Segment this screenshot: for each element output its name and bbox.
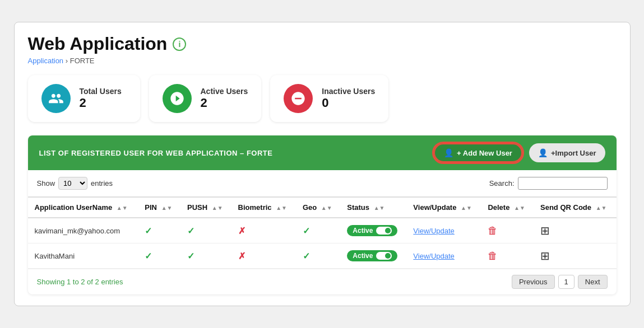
sort-qr-icon[interactable]: ▲▼ [596, 205, 607, 211]
import-user-label: +Import User [551, 149, 596, 157]
col-username: Application UserName ▲▼ [28, 197, 138, 218]
cell-delete[interactable]: 🗑 [481, 218, 534, 243]
cell-push: ✓ [180, 218, 231, 243]
search-input[interactable] [518, 177, 608, 190]
col-pin: PIN ▲▼ [138, 197, 180, 218]
total-users-label: Total Users [80, 87, 122, 96]
showing-entries: Showing 1 to 2 of 2 entries [37, 278, 123, 286]
cell-qr[interactable]: ⊞ [534, 243, 617, 269]
status-badge[interactable]: Active [347, 225, 397, 236]
search-label: Search: [489, 179, 515, 188]
col-view-update: View/Update ▲▼ [406, 197, 481, 218]
inactive-users-icon [284, 84, 313, 113]
stats-row: Total Users 2 Active Users 2 Inactive Us… [28, 75, 617, 122]
sort-username-icon[interactable]: ▲▼ [117, 205, 128, 211]
add-user-icon: 👤 [444, 148, 453, 157]
cell-view-update[interactable]: View/Update [406, 218, 481, 243]
table-row: kavimani_mk@yahoo.com ✓ ✓ ✗ ✓ Active Vie… [28, 218, 617, 243]
cell-push: ✓ [180, 243, 231, 269]
sort-view-icon[interactable]: ▲▼ [461, 205, 472, 211]
cell-username: kavimani_mk@yahoo.com [28, 218, 138, 243]
view-update-link[interactable]: View/Update [413, 227, 454, 235]
users-table: Application UserName ▲▼ PIN ▲▼ PUSH ▲▼ B… [28, 196, 617, 269]
cell-qr[interactable]: ⊞ [534, 218, 617, 243]
show-label: Show [37, 179, 55, 188]
stat-card-active: Active Users 2 [149, 75, 262, 122]
cell-pin: ✓ [138, 218, 180, 243]
table-header-actions: 👤 + Add New User 👤 +Import User [434, 143, 605, 162]
cell-biometric: ✗ [231, 218, 296, 243]
active-users-label: Active Users [201, 87, 248, 96]
table-footer: Showing 1 to 2 of 2 entries Previous 1 N… [28, 269, 617, 294]
import-user-button[interactable]: 👤 +Import User [529, 143, 605, 162]
check-no-icon: ✗ [238, 226, 245, 236]
cell-pin: ✓ [138, 243, 180, 269]
entries-select[interactable]: 10 25 50 100 [58, 177, 87, 190]
sort-biometric-icon[interactable]: ▲▼ [276, 205, 287, 211]
prev-button[interactable]: Previous [512, 275, 555, 289]
status-toggle[interactable] [376, 252, 392, 260]
col-qr: Send QR Code ▲▼ [534, 197, 617, 218]
import-user-icon: 👤 [538, 148, 548, 157]
check-yes-icon: ✓ [145, 251, 152, 261]
total-users-icon [41, 84, 71, 113]
status-toggle[interactable] [376, 227, 392, 235]
col-delete: Delete ▲▼ [481, 197, 534, 218]
table-row: KavithaMani ✓ ✓ ✗ ✓ Active View/Update 🗑… [28, 243, 617, 269]
table-section: LIST OF REGISTERED USER FOR WEB APPLICAT… [28, 135, 617, 294]
page-container: Web Application i Application › FORTE To… [14, 22, 631, 306]
total-users-value: 2 [80, 96, 122, 110]
col-push: PUSH ▲▼ [180, 197, 231, 218]
entries-label: entries [91, 179, 113, 188]
delete-icon[interactable]: 🗑 [488, 225, 498, 236]
col-biometric: Biometric ▲▼ [231, 197, 296, 218]
cell-geo: ✓ [296, 243, 340, 269]
table-header-row: Application UserName ▲▼ PIN ▲▼ PUSH ▲▼ B… [28, 197, 617, 218]
check-yes-icon: ✓ [187, 251, 194, 261]
cell-username: KavithaMani [28, 243, 138, 269]
show-entries: Show 10 25 50 100 entries [37, 177, 113, 190]
stat-card-total: Total Users 2 [28, 75, 140, 122]
add-new-user-button[interactable]: 👤 + Add New User [434, 143, 522, 162]
sort-push-icon[interactable]: ▲▼ [212, 205, 223, 211]
sort-delete-icon[interactable]: ▲▼ [514, 205, 525, 211]
delete-icon[interactable]: 🗑 [488, 250, 498, 261]
active-users-icon [163, 84, 192, 113]
cell-status[interactable]: Active [340, 218, 406, 243]
page-title: Web Application [28, 34, 168, 54]
next-button[interactable]: Next [578, 275, 608, 289]
page-number: 1 [558, 275, 574, 289]
pagination: Previous 1 Next [512, 275, 608, 289]
breadcrumb-current: FORTE [70, 57, 95, 65]
breadcrumb: Application › FORTE [28, 57, 617, 65]
view-update-link[interactable]: View/Update [413, 252, 454, 260]
qr-code-icon[interactable]: ⊞ [540, 224, 550, 237]
col-status: Status ▲▼ [340, 197, 406, 218]
check-yes-icon: ✓ [303, 251, 310, 261]
check-no-icon: ✗ [238, 251, 245, 261]
table-header-title: LIST OF REGISTERED USER FOR WEB APPLICAT… [39, 149, 273, 157]
qr-code-icon[interactable]: ⊞ [540, 250, 550, 262]
inactive-users-value: 0 [322, 96, 375, 110]
cell-view-update[interactable]: View/Update [406, 243, 481, 269]
active-users-value: 2 [201, 96, 248, 110]
sort-geo-icon[interactable]: ▲▼ [321, 205, 332, 211]
table-header: LIST OF REGISTERED USER FOR WEB APPLICAT… [28, 135, 617, 170]
check-yes-icon: ✓ [303, 226, 310, 236]
search-box: Search: [489, 177, 608, 190]
breadcrumb-app-link[interactable]: Application [28, 57, 64, 65]
cell-delete[interactable]: 🗑 [481, 243, 534, 269]
cell-biometric: ✗ [231, 243, 296, 269]
sort-status-icon[interactable]: ▲▼ [374, 205, 385, 211]
sort-pin-icon[interactable]: ▲▼ [161, 205, 173, 211]
cell-status[interactable]: Active [340, 243, 406, 269]
status-badge[interactable]: Active [347, 250, 397, 261]
inactive-users-label: Inactive Users [322, 87, 375, 96]
check-yes-icon: ✓ [145, 226, 152, 236]
cell-geo: ✓ [296, 218, 340, 243]
info-icon: i [173, 38, 186, 51]
breadcrumb-sep: › [66, 57, 70, 65]
table-controls: Show 10 25 50 100 entries Search: [28, 170, 617, 196]
check-yes-icon: ✓ [187, 226, 194, 236]
stat-card-inactive: Inactive Users 0 [270, 75, 388, 122]
